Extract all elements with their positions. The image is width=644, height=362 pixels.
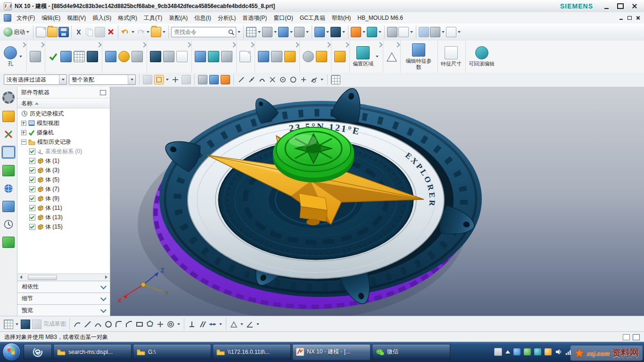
boss-icon[interactable] bbox=[30, 51, 41, 62]
menu-view[interactable]: 视图(V) bbox=[64, 13, 89, 24]
tray-app-icon[interactable] bbox=[545, 348, 552, 355]
tree-item-model-views[interactable]: 模型视图 bbox=[17, 118, 110, 128]
dimension-style-icon[interactable] bbox=[430, 27, 440, 37]
draft-icon[interactable] bbox=[163, 51, 174, 62]
checkbox-checked[interactable] bbox=[29, 177, 35, 183]
tree-item-datum-csys[interactable]: 基准坐标系 (0) bbox=[17, 147, 110, 156]
process-studio-tab-icon[interactable] bbox=[2, 237, 15, 248]
sketch-icon[interactable] bbox=[4, 320, 13, 329]
polygon-icon[interactable] bbox=[146, 320, 154, 329]
profile-icon[interactable] bbox=[73, 320, 82, 329]
new-file-icon[interactable] bbox=[36, 27, 46, 37]
arc-icon[interactable] bbox=[94, 320, 102, 329]
dimension-icon[interactable] bbox=[208, 320, 217, 329]
start-orb-button[interactable] bbox=[2, 343, 21, 361]
tree-item-body[interactable]: 体 (5) bbox=[17, 175, 110, 184]
checkbox-checked[interactable] bbox=[29, 158, 35, 164]
trim-body-icon[interactable] bbox=[221, 51, 232, 62]
measure-icon[interactable] bbox=[351, 27, 361, 37]
compass-3d-model[interactable]: 23.5°N 121°E TAIWAN DESIGN EXPLORER bbox=[110, 87, 644, 316]
checkbox-checked[interactable] bbox=[29, 224, 35, 230]
circle-icon[interactable] bbox=[104, 320, 113, 329]
show-hidden-icons-arrow[interactable] bbox=[505, 350, 510, 354]
menu-insert[interactable]: 插入(S) bbox=[89, 13, 115, 24]
parallel-constraint-icon[interactable] bbox=[198, 320, 206, 329]
tray-app-icon[interactable] bbox=[524, 348, 531, 355]
menu-preferences[interactable]: 首选项(P) bbox=[239, 13, 270, 24]
constraint-icon[interactable] bbox=[188, 320, 196, 329]
menu-file[interactable]: 文件(F) bbox=[13, 13, 38, 24]
preview-panel-header[interactable]: 预览 bbox=[17, 304, 110, 316]
move-face-icon[interactable] bbox=[258, 51, 269, 62]
constraints-icon[interactable] bbox=[419, 27, 429, 37]
offset-curve-icon[interactable] bbox=[166, 320, 175, 329]
tree-item-body[interactable]: 体 (3) bbox=[17, 165, 110, 175]
menu-gc-toolbox[interactable]: GC工具箱 bbox=[297, 13, 329, 24]
resource-settings-gear-icon[interactable] bbox=[2, 91, 15, 104]
selection-filter-dropdown[interactable] bbox=[59, 75, 66, 84]
name-column-header[interactable]: 名称 bbox=[17, 99, 110, 108]
tree-item-body[interactable]: 体 (11) bbox=[17, 203, 110, 213]
pattern-feature-icon[interactable] bbox=[195, 51, 206, 62]
shell-icon[interactable] bbox=[132, 51, 143, 62]
snap-midpoint-icon[interactable] bbox=[248, 75, 256, 84]
menu-tools[interactable]: 工具(T) bbox=[140, 13, 165, 24]
restore-button[interactable] bbox=[615, 2, 626, 10]
delete-icon[interactable] bbox=[106, 27, 116, 37]
unite-icon[interactable] bbox=[48, 51, 58, 62]
menu-help[interactable]: 帮助(H) bbox=[329, 13, 355, 24]
copy-icon[interactable] bbox=[84, 27, 94, 37]
history-tab-icon[interactable] bbox=[3, 219, 14, 230]
datum-plane-icon[interactable] bbox=[60, 51, 72, 62]
tree-item-body[interactable]: 体 (15) bbox=[17, 222, 110, 231]
sketch-display-icon[interactable] bbox=[21, 320, 30, 329]
horizontal-scrollbar[interactable] bbox=[17, 273, 110, 280]
shaded-cube-icon[interactable] bbox=[209, 75, 219, 84]
line-icon[interactable] bbox=[83, 320, 92, 329]
taskbar-button-gdrive[interactable]: G:\ bbox=[133, 344, 211, 360]
snap-endpoint-icon[interactable] bbox=[237, 75, 246, 84]
menu-information[interactable]: 信息(I) bbox=[191, 13, 214, 24]
hole-button[interactable]: 孔 bbox=[4, 46, 17, 67]
save-icon[interactable] bbox=[58, 27, 69, 37]
angle-icon[interactable] bbox=[230, 320, 238, 329]
checkbox-checked[interactable] bbox=[29, 214, 35, 221]
taskbar-button-search[interactable]: search-ms:displ... bbox=[53, 344, 132, 360]
replace-face-icon[interactable] bbox=[284, 51, 296, 62]
details-panel-header[interactable]: 细节 bbox=[17, 292, 110, 304]
reuse-library-tab-icon[interactable] bbox=[2, 165, 15, 176]
child-restore-button[interactable] bbox=[625, 15, 634, 21]
child-close-button[interactable] bbox=[634, 15, 642, 21]
lasso-icon[interactable] bbox=[182, 75, 191, 84]
volume-icon[interactable] bbox=[555, 348, 562, 355]
checkbox-checked[interactable] bbox=[29, 196, 35, 202]
reopen-icon[interactable] bbox=[151, 27, 161, 37]
expressions-icon[interactable] bbox=[74, 51, 85, 62]
wcs-icon[interactable] bbox=[221, 75, 230, 84]
hd3d-tools-tab-icon[interactable] bbox=[2, 201, 15, 212]
delete-face-icon[interactable] bbox=[271, 51, 282, 62]
block-icon[interactable] bbox=[316, 51, 327, 62]
close-button[interactable] bbox=[629, 2, 640, 10]
washer-icon[interactable] bbox=[118, 51, 130, 62]
layer-settings-icon[interactable] bbox=[262, 27, 272, 37]
taskbar-button-wechat[interactable]: 微信 bbox=[372, 344, 450, 360]
box-stack-icon[interactable] bbox=[334, 51, 346, 62]
rectangle-icon[interactable] bbox=[135, 320, 144, 329]
datum-csys-icon[interactable] bbox=[87, 51, 98, 62]
undock-icon[interactable] bbox=[100, 90, 106, 95]
solid-cube-icon[interactable] bbox=[198, 75, 207, 84]
child-minimize-button[interactable] bbox=[617, 15, 625, 21]
checkbox-checked[interactable] bbox=[29, 205, 35, 211]
graphics-viewport[interactable]: 23.5°N 121°E TAIWAN DESIGN EXPLORER bbox=[110, 87, 644, 316]
redo-icon[interactable] bbox=[136, 27, 145, 37]
finish-sketch-icon[interactable] bbox=[32, 320, 41, 329]
selection-filter-combo[interactable]: 没有选择过滤器 bbox=[4, 74, 67, 85]
minimize-button[interactable] bbox=[601, 2, 612, 10]
checkbox-checked[interactable] bbox=[29, 167, 35, 173]
select-cursor-icon[interactable] bbox=[171, 75, 180, 84]
tree-item-body[interactable]: 体 (13) bbox=[17, 213, 110, 222]
tree-item-cameras[interactable]: 摄像机 bbox=[17, 128, 110, 137]
snap-point-icon[interactable] bbox=[299, 75, 308, 84]
command-finder-input[interactable] bbox=[173, 28, 227, 36]
